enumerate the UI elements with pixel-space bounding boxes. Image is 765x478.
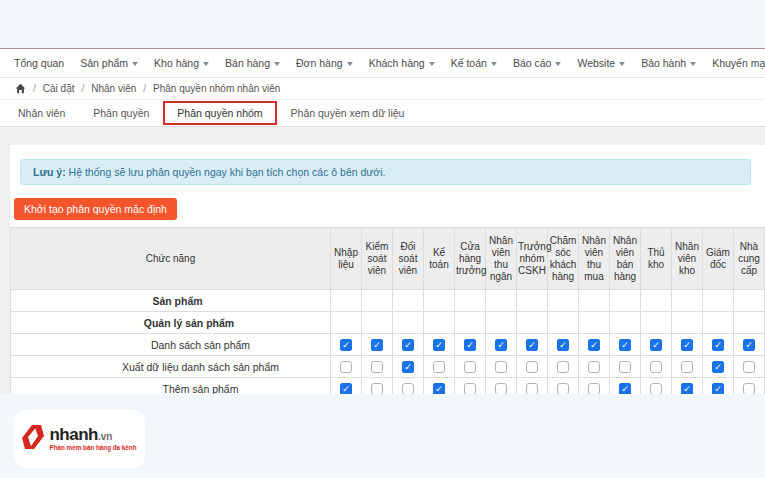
nav-item-3[interactable]: Bán hàng [217,49,288,77]
permission-checkbox[interactable] [464,361,476,373]
permission-checkbox[interactable] [371,361,383,373]
permission-checkbox[interactable] [433,361,445,373]
permission-checkbox[interactable] [588,383,600,394]
role-column-header-4: Cửa hàng trưởng [455,228,486,290]
role-column-header-11: Nhân viên kho [672,228,703,290]
home-icon[interactable] [15,83,26,94]
breadcrumb-item-0[interactable]: Cài đặt [43,83,75,94]
permission-cell [703,290,734,312]
permission-checkbox[interactable]: ✓ [681,383,693,394]
permission-checkbox[interactable] [371,383,383,394]
breadcrumb-item-2[interactable]: Phân quyền nhóm nhân viên [153,83,280,94]
tab-0[interactable]: Nhân viên [4,101,79,125]
role-column-header-9: Nhân viên bán hàng [610,228,641,290]
tab-3[interactable]: Phân quyền xem dữ liệu [277,101,419,125]
permission-checkbox[interactable] [588,361,600,373]
permission-cell [331,312,362,334]
permission-cell [734,312,765,334]
permission-checkbox[interactable] [340,361,352,373]
permission-checkbox[interactable]: ✓ [712,339,724,351]
notice-alert: Lưu ý: Hệ thống sẽ lưu phân quyền ngay k… [20,159,751,185]
permission-checkbox[interactable] [526,361,538,373]
chevron-down-icon [132,62,138,66]
permission-checkbox[interactable]: ✓ [340,383,352,394]
permission-checkbox[interactable] [681,361,693,373]
permission-checkbox[interactable]: ✓ [743,339,755,351]
permission-cell [331,290,362,312]
permission-checkbox[interactable]: ✓ [712,361,724,373]
tab-2[interactable]: Phân quyền nhóm [163,101,276,125]
permission-checkbox[interactable]: ✓ [495,339,507,351]
permission-cell: ✓ [734,334,765,356]
nav-item-10[interactable]: Khuyến mại [704,49,765,77]
nav-item-7[interactable]: Báo cáo [505,49,570,77]
permissions-table: Chức năngNhập liệuKiểm soát viênĐối soát… [10,227,765,394]
role-column-header-1: Kiểm soát viên [362,228,393,290]
permission-checkbox[interactable] [402,383,414,394]
nav-item-label: Website [577,57,615,69]
permission-cell [486,378,517,395]
breadcrumb-separator: / [143,83,146,94]
chevron-down-icon [619,62,625,66]
permission-checkbox[interactable] [650,361,662,373]
permission-cell [424,356,455,378]
permission-checkbox[interactable] [743,383,755,394]
permission-checkbox[interactable]: ✓ [464,339,476,351]
permission-cell: ✓ [703,378,734,395]
tab-1[interactable]: Phân quyền [79,101,163,125]
permission-cell [486,312,517,334]
permission-cell [517,356,548,378]
chevron-down-icon [690,62,696,66]
permission-checkbox[interactable]: ✓ [712,383,724,394]
permission-checkbox[interactable]: ✓ [433,383,445,394]
permission-checkbox[interactable] [495,383,507,394]
nav-item-0[interactable]: Tổng quan [6,49,72,77]
tab-bar: Nhân viênPhân quyềnPhân quyền nhómPhân q… [0,100,765,127]
permission-checkbox[interactable]: ✓ [526,339,538,351]
logo-tagline: Phần mềm bán hàng đa kênh [49,445,136,451]
permission-checkbox[interactable] [557,361,569,373]
permission-cell [548,378,579,395]
permission-cell [362,378,393,395]
permission-checkbox[interactable]: ✓ [557,339,569,351]
breadcrumb-item-1[interactable]: Nhân viên [91,83,136,94]
permission-checkbox[interactable] [526,383,538,394]
permission-checkbox[interactable]: ✓ [371,339,383,351]
permission-cell: ✓ [703,334,734,356]
nav-item-5[interactable]: Khách hàng [361,49,443,77]
nav-item-8[interactable]: Website [569,49,633,77]
permission-checkbox[interactable]: ✓ [402,339,414,351]
permission-cell [455,312,486,334]
permission-cell [672,290,703,312]
permission-checkbox[interactable] [557,383,569,394]
nav-item-label: Báo cáo [513,57,552,69]
init-default-permissions-button[interactable]: Khởi tạo phân quyền mặc định [14,198,177,220]
role-column-header-7: Chăm sóc khách hàng [548,228,579,290]
permission-checkbox[interactable] [743,361,755,373]
permission-cell [610,312,641,334]
permission-checkbox[interactable] [619,361,631,373]
permission-checkbox[interactable]: ✓ [619,339,631,351]
permission-checkbox[interactable] [464,383,476,394]
permission-cell [331,356,362,378]
nav-item-2[interactable]: Kho hàng [146,49,217,77]
nav-item-6[interactable]: Kế toán [443,49,505,77]
nav-item-1[interactable]: Sản phẩm [72,49,146,77]
chevron-down-icon [555,62,561,66]
permission-checkbox[interactable]: ✓ [433,339,445,351]
permission-checkbox[interactable] [650,383,662,394]
role-column-header-3: Kế toán [424,228,455,290]
nav-item-9[interactable]: Bảo hành [633,49,704,77]
chevron-down-icon [274,62,280,66]
chevron-down-icon [347,62,353,66]
permission-checkbox[interactable]: ✓ [588,339,600,351]
permission-checkbox[interactable]: ✓ [650,339,662,351]
permission-checkbox[interactable]: ✓ [402,361,414,373]
nav-item-4[interactable]: Đơn hàng [288,49,361,77]
permission-checkbox[interactable]: ✓ [619,383,631,394]
permission-checkbox[interactable] [495,361,507,373]
permission-checkbox[interactable]: ✓ [340,339,352,351]
permission-checkbox[interactable]: ✓ [681,339,693,351]
table-row: Danh sách sản phẩm✓✓✓✓✓✓✓✓✓✓✓✓✓✓ [11,334,765,356]
permission-cell [424,290,455,312]
